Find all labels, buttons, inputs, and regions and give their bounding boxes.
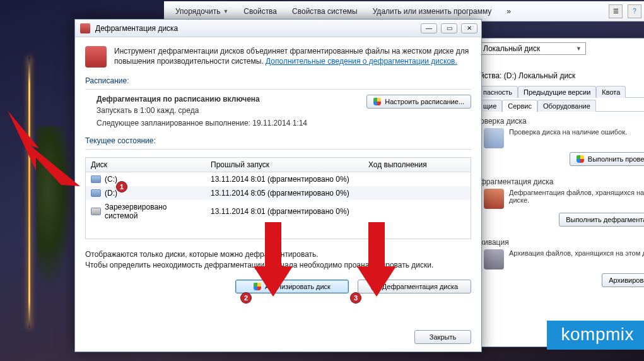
defrag-big-icon <box>85 46 107 68</box>
schedule-group-label: Расписание: <box>85 74 471 88</box>
schedule-on-label: Дефрагментация по расписанию включена <box>97 95 307 104</box>
toolbar-uninstall[interactable]: Удалить или изменить программу <box>366 4 498 18</box>
disk-row[interactable]: Зарезервировано системой 13.11.2014 8:01… <box>86 200 471 223</box>
backup-icon <box>484 249 504 269</box>
shield-icon <box>371 283 378 290</box>
toolbar-organize-label: Упорядочить <box>175 7 220 16</box>
section-check-title: оверка диска <box>480 117 644 126</box>
section-check-disk: оверка диска Проверка диска на наличие о… <box>474 112 644 172</box>
defrag-icon <box>484 189 504 209</box>
toolbar-sysprops-label: Свойства системы <box>292 7 358 16</box>
run-check-label: Выполнить проверку... <box>588 155 644 163</box>
disk-name: Зарезервировано системой <box>105 203 201 220</box>
defrag-window-title: Дефрагментация диска <box>95 24 178 33</box>
section-defrag: фрагментация диска Дефрагментация файлов… <box>474 172 644 233</box>
schedule-time-label: Запускать в 1:00 кажд. среда <box>97 106 307 115</box>
tab-quota[interactable]: Квота <box>596 86 626 98</box>
disk-icon <box>91 208 101 215</box>
defragment-disk-label: Дефрагментация диска <box>382 283 458 290</box>
drive-selector-label: Локальный диск <box>483 44 540 53</box>
close-icon[interactable]: ✕ <box>461 23 477 33</box>
tab-previous-versions[interactable]: Предыдущие версии <box>518 86 596 98</box>
toolbar-organize[interactable]: Упорядочить ▼ <box>169 4 235 18</box>
run-defrag-label: Выполнить дефрагментацию <box>566 216 644 223</box>
disk-last-run: 13.11.2014 8:05 (фрагментировано 0%) <box>206 186 363 200</box>
tab-security[interactable]: пасность <box>477 86 518 98</box>
run-backup-label: Архивировать... <box>609 276 644 284</box>
chevron-down-icon: ▼ <box>223 8 228 15</box>
schedule-next-label: Следующее запланированное выполнение: 19… <box>97 119 307 127</box>
defrag-window-icon <box>80 23 90 33</box>
disks-header: Диск Прошлый запуск Ход выполнения <box>86 158 471 172</box>
disk-row[interactable]: (C:) 13.11.2014 8:01 (фрагментировано 0%… <box>86 172 471 186</box>
current-state-label: Текущее состояние: <box>85 134 471 148</box>
configure-schedule-label: Настроить расписание... <box>385 98 464 105</box>
col-disk-header[interactable]: Диск <box>86 158 206 172</box>
toolbar-properties-label: Свойства <box>243 7 277 16</box>
section-backup-text: Архивация файлов, хранящихся на этом дис… <box>509 249 644 257</box>
configure-schedule-button[interactable]: Настроить расписание... <box>366 95 471 109</box>
disk-last-run: 13.11.2014 8:01 (фрагментировано 0%) <box>206 172 363 186</box>
schedule-info: Дефрагментация по расписанию включена За… <box>85 95 307 127</box>
section-check-text: Проверка диска на наличие ошибок. <box>509 128 644 136</box>
section-defrag-text: Дефрагментация файлов, хранящихся на это… <box>509 189 644 204</box>
minimize-button[interactable]: — <box>421 23 437 33</box>
close-button[interactable]: Закрыть <box>414 330 471 344</box>
shield-icon <box>254 283 261 290</box>
toolbar-system-properties[interactable]: Свойства системы <box>286 4 364 18</box>
toolbar-more[interactable]: » <box>500 4 517 18</box>
run-check-button[interactable]: Выполнить проверку... <box>570 152 644 166</box>
defrag-intro-text: Инструмент дефрагментации дисков объедин… <box>114 46 471 68</box>
check-disk-icon <box>484 128 504 148</box>
help-button[interactable]: ? <box>628 4 641 18</box>
shield-icon <box>577 155 584 163</box>
drive-selector[interactable]: Локальный диск ▼ <box>479 42 586 55</box>
defrag-hint: Отображаются только диски, которые можно… <box>85 249 471 271</box>
chevron-down-icon: ▼ <box>576 45 582 52</box>
run-defrag-button[interactable]: Выполнить дефрагментацию <box>559 213 644 227</box>
watermark: kompmix <box>547 321 644 350</box>
properties-window-title: йства: (D:) Локальный диск <box>474 66 644 84</box>
col-last-header[interactable]: Прошлый запуск <box>206 158 363 172</box>
properties-tabs-row1: пасность Предыдущие версии Квота <box>474 85 644 98</box>
analyze-disk-label: Анализировать диск <box>265 283 331 290</box>
disk-name: (C:) <box>105 175 117 184</box>
section-backup-title: хивация <box>480 238 644 247</box>
defragment-disk-button[interactable]: Дефрагментация диска <box>358 280 471 293</box>
chevron-right-icon: » <box>506 7 511 16</box>
analyze-disk-button[interactable]: Анализировать диск <box>235 280 349 293</box>
disk-row[interactable]: (D:) 13.11.2014 8:05 (фрагментировано 0%… <box>86 186 471 200</box>
tab-hardware[interactable]: Оборудование <box>537 100 596 112</box>
drive-properties-window: Локальный диск ▼ йства: (D:) Локальный д… <box>473 38 644 347</box>
shield-icon <box>373 98 381 105</box>
defrag-titlebar: Дефрагментация диска — ▭ ✕ <box>75 20 481 37</box>
disk-name: (D:) <box>105 189 117 198</box>
section-defrag-title: фрагментация диска <box>480 177 644 186</box>
disk-icon <box>91 175 101 183</box>
col-progress-header[interactable]: Ход выполнения <box>363 158 471 172</box>
section-backup: хивация Архивация файлов, хранящихся на … <box>474 233 644 293</box>
toolbar-properties[interactable]: Свойства <box>237 4 283 18</box>
defrag-learn-more-link[interactable]: Дополнительные сведения о дефрагментации… <box>266 57 457 66</box>
maximize-button[interactable]: ▭ <box>441 23 457 33</box>
tab-service[interactable]: Сервис <box>502 100 537 112</box>
view-options-button[interactable]: ☰ <box>609 4 623 18</box>
close-button-label: Закрыть <box>430 333 456 341</box>
disk-last-run: 13.11.2014 8:01 (фрагментировано 0%) <box>206 204 363 218</box>
run-backup-button[interactable]: Архивировать... <box>602 273 644 287</box>
properties-tabs-row2: щие Сервис Оборудование <box>474 99 644 112</box>
disks-list: Диск Прошлый запуск Ход выполнения (C:) … <box>85 157 471 239</box>
toolbar-uninstall-label: Удалить или изменить программу <box>373 7 492 16</box>
disk-icon <box>91 189 101 197</box>
defrag-dialog: Дефрагментация диска — ▭ ✕ Инструмент де… <box>74 19 482 352</box>
